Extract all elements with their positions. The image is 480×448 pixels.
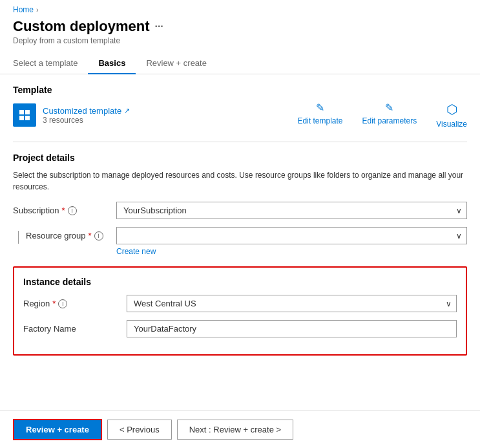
resource-group-required: *: [89, 231, 92, 240]
svg-rect-2: [19, 116, 24, 120]
svg-rect-1: [25, 110, 30, 114]
region-info-icon[interactable]: i: [58, 299, 67, 308]
edit-parameters-label: Edit parameters: [362, 116, 417, 125]
tab-select-template[interactable]: Select a template: [13, 53, 88, 74]
edit-template-icon: ✎: [316, 101, 324, 114]
template-icon: [13, 103, 36, 127]
more-options-icon[interactable]: ···: [154, 21, 163, 32]
resource-group-row: Resource group * i ∨ Create new: [13, 227, 467, 256]
edit-template-button[interactable]: ✎ Edit template: [297, 101, 342, 129]
review-create-button[interactable]: Review + create: [13, 419, 102, 440]
visualize-label: Visualize: [436, 120, 467, 129]
resource-group-select-wrapper: ∨: [116, 227, 467, 244]
subscription-required: *: [62, 206, 65, 215]
page-header: Custom deployment ··· Deploy from a cust…: [0, 14, 480, 53]
divider-1: [13, 142, 467, 142]
template-name-link[interactable]: Customized template ↗: [43, 106, 130, 116]
breadcrumb: Home ›: [0, 0, 480, 14]
svg-rect-0: [19, 110, 24, 114]
template-actions: ✎ Edit template ✎ Edit parameters ⬡ Visu…: [297, 101, 467, 129]
edit-parameters-button[interactable]: ✎ Edit parameters: [362, 101, 417, 129]
previous-button[interactable]: < Previous: [107, 420, 172, 440]
resource-group-select[interactable]: [116, 227, 467, 244]
resource-group-label: Resource group * i: [26, 227, 116, 240]
factory-name-control: [127, 320, 457, 337]
template-row: Customized template ↗ 3 resources ✎ Edit…: [13, 101, 467, 129]
create-new-link[interactable]: Create new: [116, 247, 156, 256]
region-label: Region * i: [23, 295, 127, 308]
project-details-title: Project details: [13, 153, 467, 163]
indent-line: [18, 231, 19, 244]
subscription-select[interactable]: YourSubscription: [116, 202, 467, 219]
subscription-info-icon[interactable]: i: [68, 206, 77, 215]
edit-template-label: Edit template: [297, 116, 342, 125]
footer: Review + create < Previous Next : Review…: [0, 411, 480, 448]
tabs: Select a template Basics Review + create: [0, 53, 480, 74]
tab-review-create[interactable]: Review + create: [136, 53, 217, 74]
region-select[interactable]: West Central US: [127, 295, 457, 312]
main-content: Template Customized t: [0, 85, 480, 411]
subscription-label: Subscription * i: [13, 202, 116, 215]
tab-basics[interactable]: Basics: [88, 53, 136, 74]
home-link[interactable]: Home: [13, 5, 34, 14]
project-details-section: Project details Select the subscription …: [13, 153, 467, 256]
visualize-button[interactable]: ⬡ Visualize: [436, 101, 467, 129]
external-link-icon: ↗: [124, 107, 130, 115]
region-select-wrapper: West Central US ∨: [127, 295, 457, 312]
region-control: West Central US ∨: [127, 295, 457, 312]
instance-details-section: Instance details Region * i West Central…: [13, 266, 467, 356]
instance-details-title: Instance details: [23, 277, 457, 287]
template-info: Customized template ↗ 3 resources: [13, 103, 130, 127]
region-row: Region * i West Central US ∨: [23, 295, 457, 312]
subscription-row: Subscription * i YourSubscription ∨: [13, 202, 467, 219]
project-description: Select the subscription to manage deploy…: [13, 169, 467, 193]
subscription-select-wrapper: YourSubscription ∨: [116, 202, 467, 219]
breadcrumb-separator: ›: [36, 6, 39, 14]
page-title: Custom deployment: [13, 18, 149, 35]
svg-rect-3: [25, 116, 30, 120]
template-name-block: Customized template ↗ 3 resources: [43, 106, 130, 125]
template-grid-icon: [18, 109, 31, 122]
factory-name-label: Factory Name: [23, 320, 127, 334]
next-button[interactable]: Next : Review + create >: [177, 420, 293, 440]
page-subtitle: Deploy from a custom template: [13, 36, 467, 45]
template-section-title: Template: [13, 85, 467, 95]
visualize-icon: ⬡: [446, 101, 457, 117]
subscription-control: YourSubscription ∨: [116, 202, 467, 219]
resource-group-indent: [13, 227, 26, 244]
resource-group-info-icon[interactable]: i: [94, 231, 103, 240]
template-section: Template Customized t: [13, 85, 467, 129]
region-required: *: [52, 299, 56, 308]
factory-name-input[interactable]: [127, 320, 457, 337]
template-resources: 3 resources: [43, 116, 130, 125]
edit-parameters-icon: ✎: [385, 101, 393, 114]
factory-name-row: Factory Name: [23, 320, 457, 337]
resource-group-control: ∨ Create new: [116, 227, 467, 256]
